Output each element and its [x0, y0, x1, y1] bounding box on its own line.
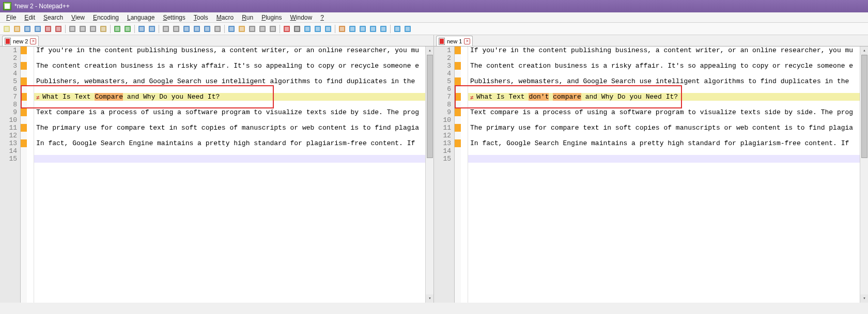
code-line[interactable]: The primary use for compare text in soft… — [468, 124, 868, 132]
code-line[interactable] — [34, 101, 433, 108]
code-line[interactable]: Publishers, webmasters, and Google Searc… — [34, 77, 433, 85]
code-line[interactable] — [468, 147, 868, 155]
sync-v-button[interactable] — [182, 24, 191, 34]
indent-guide-button[interactable] — [227, 24, 236, 34]
menu-plugins[interactable]: Plugins — [257, 13, 286, 22]
toolbar-sep — [159, 25, 159, 33]
tab-close-icon[interactable]: × — [464, 38, 470, 44]
undo-button[interactable] — [113, 24, 122, 34]
menu-run[interactable]: Run — [238, 13, 257, 22]
code-line[interactable] — [34, 155, 433, 163]
code-line[interactable] — [34, 70, 433, 77]
func-list-button[interactable] — [258, 24, 267, 34]
zoom-in-button[interactable] — [161, 24, 171, 34]
svg-rect-57 — [316, 27, 320, 31]
compare-first-button[interactable] — [337, 24, 347, 34]
code-line[interactable] — [468, 132, 868, 139]
new-button[interactable] — [2, 24, 11, 34]
menu-view[interactable]: View — [67, 13, 89, 22]
code-line[interactable] — [468, 155, 868, 163]
zoom-out-button[interactable] — [172, 24, 181, 34]
nav-prev-button[interactable] — [393, 24, 402, 34]
code-line[interactable]: Publishers, webmasters, and Google Searc… — [468, 77, 868, 85]
code-line[interactable]: If you're in the content publishing busi… — [34, 46, 433, 54]
left-tab[interactable]: new 2× — [2, 36, 39, 46]
play-button[interactable] — [303, 24, 312, 34]
compare-last-button[interactable] — [379, 24, 388, 34]
close-button[interactable] — [43, 24, 53, 34]
show-all-button[interactable] — [213, 24, 222, 34]
save-button[interactable] — [23, 24, 32, 34]
code-line[interactable]: Text compare is a process of using a sof… — [468, 108, 868, 116]
record-button[interactable] — [282, 24, 291, 34]
right-tab[interactable]: new 1× — [436, 36, 473, 46]
code-line[interactable] — [468, 85, 868, 93]
vertical-scrollbar[interactable]: ▴▾ — [425, 46, 433, 303]
vertical-scrollbar[interactable]: ▴▾ — [860, 46, 868, 303]
code-line[interactable] — [34, 147, 433, 155]
monitor-button[interactable] — [268, 24, 277, 34]
code-line[interactable] — [468, 116, 868, 124]
scroll-down-icon[interactable]: ▾ — [426, 294, 433, 303]
code-line[interactable]: ≠What Is Text don't compare and Why Do y… — [468, 93, 868, 101]
menu-help[interactable]: ? — [316, 13, 328, 22]
replace-button[interactable] — [147, 24, 157, 34]
folder-button[interactable] — [237, 24, 246, 34]
code-line[interactable]: If you're in the content publishing busi… — [468, 46, 868, 54]
scroll-up-icon[interactable]: ▴ — [860, 46, 868, 55]
code-area[interactable]: If you're in the content publishing busi… — [34, 46, 433, 303]
save-all-button[interactable] — [33, 24, 42, 34]
play-multi-button[interactable] — [313, 24, 322, 34]
svg-rect-65 — [361, 27, 365, 31]
code-line[interactable]: In fact, Google Search Engine maintains … — [468, 139, 868, 147]
code-line[interactable] — [468, 101, 868, 108]
print-button[interactable] — [68, 24, 77, 34]
scroll-thumb[interactable] — [427, 55, 433, 158]
compare-next-button[interactable] — [368, 24, 378, 34]
code-line[interactable]: The primary use for compare text in soft… — [34, 124, 433, 132]
menu-tools[interactable]: Tools — [190, 13, 212, 22]
copy-button[interactable] — [88, 24, 98, 34]
tab-close-icon[interactable]: × — [30, 38, 36, 44]
doc-map-button[interactable] — [247, 24, 257, 34]
code-line[interactable]: The content creation business is a risky… — [34, 62, 433, 70]
code-area[interactable]: If you're in the content publishing busi… — [468, 46, 868, 303]
save-macro-button[interactable] — [323, 24, 333, 34]
code-line[interactable]: The content creation business is a risky… — [468, 62, 868, 70]
menu-macro[interactable]: Macro — [212, 13, 238, 22]
stop-button[interactable] — [292, 24, 302, 34]
scroll-up-icon[interactable]: ▴ — [426, 46, 433, 55]
open-button[interactable] — [12, 24, 22, 34]
right-editor[interactable]: 123456789101112131415If you're in the co… — [434, 46, 868, 303]
svg-rect-69 — [381, 27, 385, 31]
menu-language[interactable]: Language — [123, 13, 159, 22]
code-line[interactable] — [468, 70, 868, 77]
menu-window[interactable]: Window — [286, 13, 317, 22]
code-line[interactable] — [34, 116, 433, 124]
wrap-button[interactable] — [203, 24, 212, 34]
left-editor[interactable]: 123456789101112131415If you're in the co… — [0, 46, 433, 303]
code-line[interactable] — [468, 54, 868, 62]
compare-prev-button[interactable] — [348, 24, 357, 34]
sync-h-button[interactable] — [192, 24, 202, 34]
paste-button[interactable] — [99, 24, 108, 34]
menu-search[interactable]: Search — [39, 13, 67, 22]
code-line[interactable] — [34, 85, 433, 93]
menu-settings[interactable]: Settings — [159, 13, 189, 22]
find-button[interactable] — [137, 24, 146, 34]
code-line[interactable]: In fact, Google Search Engine maintains … — [34, 139, 433, 147]
code-line[interactable]: Text compare is a process of using a sof… — [34, 108, 433, 116]
compare-button[interactable] — [358, 24, 367, 34]
redo-button[interactable] — [123, 24, 132, 34]
menu-file[interactable]: File — [2, 13, 20, 22]
scroll-down-icon[interactable]: ▾ — [860, 294, 868, 303]
code-line[interactable] — [34, 54, 433, 62]
menu-edit[interactable]: Edit — [20, 13, 39, 22]
code-line[interactable] — [34, 132, 433, 139]
scroll-thumb[interactable] — [861, 55, 867, 158]
code-line[interactable]: ≠What Is Text Compare and Why Do you Nee… — [34, 93, 433, 101]
nav-next-button[interactable] — [403, 24, 412, 34]
menu-encoding[interactable]: Encoding — [89, 13, 123, 22]
cut-button[interactable] — [78, 24, 87, 34]
close-all-button[interactable] — [54, 24, 63, 34]
